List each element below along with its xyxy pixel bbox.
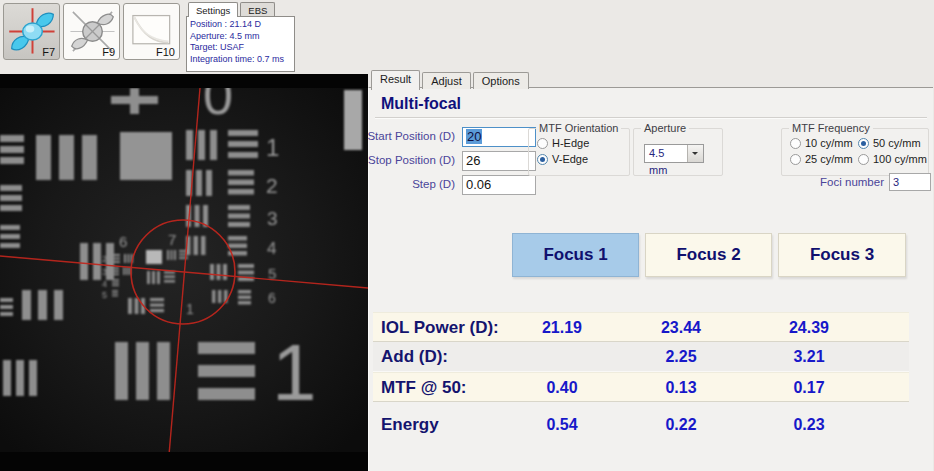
tab-result[interactable]: Result xyxy=(371,70,420,90)
focus-3-button[interactable]: Focus 3 xyxy=(778,233,906,277)
stop-position-label: Stop Position (D) xyxy=(359,154,455,166)
row-label: Energy xyxy=(381,415,439,435)
radio-icon xyxy=(858,138,869,149)
radio-v-edge[interactable]: V-Edge xyxy=(537,153,588,165)
settings-panel: Settings EBS Position : 21.14 D Aperture… xyxy=(186,2,295,72)
settings-position: Position : 21.14 D xyxy=(190,19,291,31)
aperture-title: Aperture xyxy=(641,122,689,134)
settings-readout: Position : 21.14 D Aperture: 4.5 mm Targ… xyxy=(186,16,295,72)
radio-10-cymm[interactable]: 10 cy/mm xyxy=(790,137,853,149)
camera-view[interactable]: 0 xyxy=(0,74,368,471)
app-window: F7 F9 F10 Set xyxy=(0,0,934,471)
cell-value: 23.44 xyxy=(626,319,736,337)
radio-label: 100 cy/mm xyxy=(873,153,927,165)
aperture-dropdown[interactable]: 4.5 mm xyxy=(644,144,704,163)
radio-icon xyxy=(537,138,548,149)
cell-value: 0.22 xyxy=(626,416,736,434)
radio-label: H-Edge xyxy=(552,137,589,149)
panel-tab-bar: Result Adjust Options xyxy=(371,70,531,88)
radio-label: 50 cy/mm xyxy=(873,137,921,149)
foci-number-input[interactable]: 3 xyxy=(889,173,931,191)
result-tab-content: Multi-focal Start Position (D) 20 Stop P… xyxy=(368,87,933,471)
settings-target: Target: USAF xyxy=(190,42,291,54)
table-row-add: Add (D): 2.25 3.21 xyxy=(373,342,909,372)
target-number: 1 xyxy=(266,134,279,161)
start-position-label: Start Position (D) xyxy=(359,130,455,142)
step-input[interactable]: 0.06 xyxy=(462,175,536,195)
toolbar: F7 F9 F10 Set xyxy=(0,0,934,74)
settings-integration: Integration time: 0.7 ms xyxy=(190,54,291,66)
cell-value: 0.40 xyxy=(507,379,617,397)
radio-label: V-Edge xyxy=(552,153,588,165)
mtf-orientation-title: MTF Orientation xyxy=(536,122,621,134)
target-number: 4 xyxy=(102,279,107,289)
focus-2-button[interactable]: Focus 2 xyxy=(645,233,772,277)
mtf-curve-button[interactable]: F10 xyxy=(123,3,180,60)
lens-measure-button[interactable]: F7 xyxy=(3,3,60,60)
focus-1-button[interactable]: Focus 1 xyxy=(512,233,639,277)
selected-text: 20 xyxy=(466,129,482,144)
cell-value: 2.25 xyxy=(626,348,736,366)
target-group-7: 7 xyxy=(168,231,176,248)
table-row-energy: Energy 0.54 0.22 0.23 xyxy=(373,410,909,440)
radio-label: 25 cy/mm xyxy=(805,153,853,165)
cell-value: 3.21 xyxy=(754,348,864,366)
mtf-orientation-group: MTF Orientation H-Edge V-Edge xyxy=(528,128,630,176)
radio-100-cymm[interactable]: 100 cy/mm xyxy=(858,153,927,165)
target-number: 3 xyxy=(267,208,278,229)
row-label: Add (D): xyxy=(381,347,448,367)
mtf-frequency-title: MTF Frequency xyxy=(789,122,873,134)
target-number: 5 xyxy=(102,290,107,300)
target-top-digit: 0 xyxy=(203,74,233,125)
f9-key-label: F9 xyxy=(102,46,115,58)
tab-options[interactable]: Options xyxy=(473,72,529,89)
cell-value: 0.23 xyxy=(754,416,864,434)
radio-icon xyxy=(537,154,548,165)
cell-value: 0.13 xyxy=(626,379,736,397)
chevron-down-icon[interactable] xyxy=(687,145,703,162)
lens-diagonal-button[interactable]: F9 xyxy=(63,3,120,60)
row-label: IOL Power (D): xyxy=(381,318,499,338)
target-group-6: 6 xyxy=(119,233,127,250)
settings-aperture: Aperture: 4.5 mm xyxy=(190,31,291,43)
tab-settings[interactable]: Settings xyxy=(188,2,238,17)
target-bottom-big-digit: 1 xyxy=(272,328,317,417)
tab-adjust[interactable]: Adjust xyxy=(422,72,471,89)
result-panel: Result Adjust Options Multi-focal Start … xyxy=(368,70,934,471)
f10-key-label: F10 xyxy=(156,46,175,58)
aperture-group: Aperture 4.5 mm xyxy=(633,128,723,176)
radio-icon xyxy=(858,154,869,165)
row-label: MTF @ 50: xyxy=(381,378,467,398)
tab-ebs[interactable]: EBS xyxy=(240,2,275,17)
target-number: 2 xyxy=(266,174,278,197)
target-number: 4 xyxy=(267,239,276,258)
cell-value: 21.19 xyxy=(507,319,617,337)
radio-label: 10 cy/mm xyxy=(805,137,853,149)
step-label: Step (D) xyxy=(359,178,455,190)
target-number: 3 xyxy=(102,267,107,277)
radio-icon xyxy=(790,154,801,165)
table-row-iol-power: IOL Power (D): 21.19 23.44 24.39 xyxy=(373,312,909,342)
stop-position-input[interactable]: 26 xyxy=(462,151,536,171)
usaf-target-image: 0 xyxy=(0,74,368,471)
page-title: Multi-focal xyxy=(381,95,461,113)
radio-50-cymm[interactable]: 50 cy/mm xyxy=(858,137,921,149)
cell-value: 24.39 xyxy=(754,319,864,337)
target-number: 6 xyxy=(268,290,276,306)
target-center-bottom-digit: 1 xyxy=(186,301,194,317)
foci-number-label: Foci number xyxy=(788,176,884,188)
start-position-input[interactable]: 20 xyxy=(462,127,536,147)
cell-value: 0.54 xyxy=(507,416,617,434)
settings-tab-bar: Settings EBS xyxy=(186,2,295,17)
aperture-value: 4.5 mm xyxy=(645,145,687,162)
cell-value: 0.17 xyxy=(754,379,864,397)
heading-divider xyxy=(375,117,927,119)
target-number: 2 xyxy=(102,254,107,264)
radio-25-cymm[interactable]: 25 cy/mm xyxy=(790,153,853,165)
table-row-mtf: MTF @ 50: 0.40 0.13 0.17 xyxy=(373,372,909,402)
mtf-frequency-group: MTF Frequency 10 cy/mm 25 cy/mm 50 cy/mm… xyxy=(781,128,929,176)
f7-key-label: F7 xyxy=(42,46,55,58)
radio-h-edge[interactable]: H-Edge xyxy=(537,137,589,149)
radio-icon xyxy=(790,138,801,149)
